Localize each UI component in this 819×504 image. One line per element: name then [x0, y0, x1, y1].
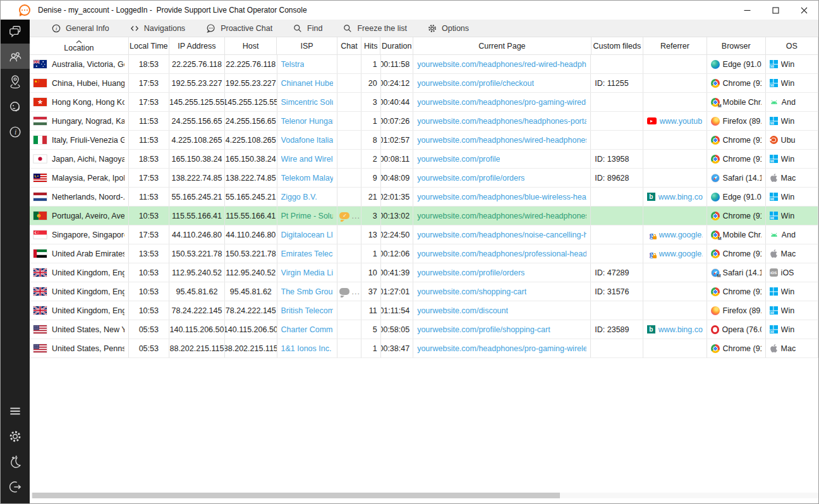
column-header-location[interactable]: Location: [30, 37, 129, 54]
flag-gb-icon: [33, 287, 47, 296]
current-page-link[interactable]: yourwebsite.com/headphones/noise-cancell…: [417, 231, 586, 239]
sidebar-item-visitors[interactable]: [1, 44, 30, 69]
isp-link[interactable]: Wire and Wirel...: [281, 155, 334, 164]
table-row[interactable]: China, Hubei, Huangg... 17:53 192.55.23.…: [30, 74, 818, 93]
column-header-duration[interactable]: Duration: [380, 37, 413, 54]
isp-link[interactable]: Emirates Teleco...: [281, 249, 334, 258]
cell-ip-address: 22.225.76.118: [169, 55, 225, 73]
current-page-link[interactable]: yourwebsite.com/headphones/headphones-po…: [417, 117, 586, 126]
column-header-os[interactable]: OS: [766, 37, 818, 54]
referrer-link[interactable]: www.bing.co...: [658, 325, 703, 334]
isp-link[interactable]: British Telecom...: [281, 306, 334, 315]
column-header-browser[interactable]: Browser: [707, 37, 766, 54]
table-row[interactable]: Netherlands, Noord-... 11:53 55.165.245.…: [30, 188, 818, 207]
column-header-host[interactable]: Host: [225, 37, 277, 54]
ubuntu-icon: [770, 136, 778, 144]
isp-link[interactable]: Virgin Media Li...: [281, 268, 334, 277]
column-header-isp[interactable]: ISP: [277, 37, 337, 54]
table-row[interactable]: Hungary, Nograd, Kar... 11:53 24.255.156…: [30, 112, 818, 131]
cell-chat: [337, 150, 361, 168]
cell-referrer: gwww.google...: [643, 244, 707, 263]
find-button[interactable]: Find: [285, 21, 330, 36]
column-header-ip[interactable]: IP Address: [169, 37, 225, 54]
current-page-link[interactable]: yourwebsite.com/headphones/wired-headpho…: [417, 212, 586, 220]
current-page-link[interactable]: yourwebsite.com/profile/checkout: [417, 79, 534, 88]
isp-link[interactable]: Ziggo B.V.: [281, 193, 317, 201]
table-row[interactable]: United Arab Emirates... 13:53 150.53.221…: [30, 244, 818, 263]
column-header-referrer[interactable]: Referrer: [643, 37, 707, 54]
table-row[interactable]: Hong Kong, Hong Ko... 17:53 145.255.125.…: [30, 93, 818, 112]
cell-referrer: [643, 339, 707, 357]
table-row[interactable]: United States, New Yo... 05:53 140.115.2…: [30, 320, 818, 339]
current-page-link[interactable]: yourwebsite.com/headphones/wired-headpho…: [417, 136, 586, 145]
cell-referrer: bwww.bing.co...: [643, 188, 707, 206]
table-row[interactable]: Italy, Friuli-Venezia Gi... 11:53 4.225.…: [30, 131, 818, 150]
cell-os: iOSiOS: [766, 263, 818, 282]
isp-link[interactable]: Telekom Malay...: [281, 174, 334, 183]
isp-link[interactable]: Chinanet Hube...: [281, 79, 334, 88]
table-row[interactable]: Malaysia, Perak, Ipoh, ... 17:53 138.222…: [30, 169, 818, 188]
cell-chat: [337, 74, 361, 92]
scrollbar-thumb[interactable]: [32, 493, 560, 498]
referrer-link[interactable]: www.google...: [659, 231, 703, 239]
table-row[interactable]: United States, Pennsy... 05:53 88.202.21…: [30, 339, 818, 358]
column-header-current-page[interactable]: Current Page: [413, 37, 592, 54]
maximize-button[interactable]: [761, 1, 790, 20]
isp-link[interactable]: Simcentric Solu...: [281, 98, 334, 107]
column-header-hits[interactable]: Hits: [361, 37, 380, 54]
current-page-link[interactable]: yourwebsite.com/profile/orders: [417, 268, 525, 277]
current-page-link[interactable]: yourwebsite.com/headphones/red-wired-hea…: [417, 60, 586, 69]
navigations-button[interactable]: Navigations: [122, 21, 193, 36]
sidebar-item-operator[interactable]: [1, 94, 30, 119]
current-page-link[interactable]: yourwebsite.com/headphones/pro-gaming-wi…: [417, 98, 586, 107]
isp-link[interactable]: The Smb Group: [281, 287, 334, 296]
referrer-link[interactable]: www.youtub...: [660, 117, 703, 126]
isp-link[interactable]: Digitalocean Llc: [281, 231, 334, 239]
sidebar-item-night-mode[interactable]: [1, 449, 30, 474]
sidebar-item-info[interactable]: i: [1, 119, 30, 145]
table-row[interactable]: United Kingdom, Engl... 10:53 112.95.240…: [30, 263, 818, 282]
isp-link[interactable]: Vodafone Italia ...: [281, 136, 334, 145]
freeze-list-button[interactable]: Freeze the list: [335, 21, 415, 36]
isp-link[interactable]: Telenor Hungar...: [281, 117, 334, 126]
isp-link[interactable]: Charter Commu...: [281, 325, 334, 334]
current-page-link[interactable]: yourwebsite.com/headphones/pro-gaming-wi…: [417, 344, 586, 353]
cell-browser: Chrome (91...: [707, 207, 766, 225]
sidebar-item-settings[interactable]: [1, 424, 30, 449]
cell-os: Ubu: [766, 131, 818, 149]
proactive-chat-button[interactable]: Proactive Chat: [198, 21, 280, 36]
sidebar-item-chats[interactable]: [1, 20, 30, 44]
referrer-link[interactable]: www.bing.co...: [658, 193, 703, 201]
sidebar-item-logout[interactable]: [1, 474, 30, 500]
cell-hits: 11: [361, 301, 380, 320]
table-row[interactable]: Japan, Aichi, Nagoya, ... 18:53 165.150.…: [30, 150, 818, 169]
current-page-link[interactable]: yourwebsite.com/profile/shopping-cart: [417, 325, 550, 334]
table-row[interactable]: Singapore, Singapore... 17:53 44.110.246…: [30, 225, 818, 244]
current-page-link[interactable]: yourwebsite.com/discount: [417, 306, 508, 315]
column-header-chat[interactable]: Chat: [337, 37, 361, 54]
general-info-button[interactable]: i General Info: [44, 21, 117, 36]
close-button[interactable]: [790, 1, 818, 20]
table-row[interactable]: Australia, Victoria, Ge... 18:53 22.225.…: [30, 55, 818, 74]
current-page-link[interactable]: yourwebsite.com/headphones/professional-…: [417, 249, 586, 258]
table-row[interactable]: United Kingdom, Engl... 10:53 78.24.222.…: [30, 301, 818, 320]
current-page-link[interactable]: yourwebsite.com/shopping-cart: [417, 287, 526, 296]
isp-link[interactable]: Pt Prime - Solu...: [281, 212, 334, 220]
cell-host: 165.150.38.24: [225, 150, 277, 168]
sidebar-item-geo-location[interactable]: [1, 69, 30, 94]
flag-au-icon: [33, 60, 47, 68]
options-button[interactable]: Options: [420, 21, 476, 36]
current-page-link[interactable]: yourwebsite.com/profile: [417, 155, 500, 164]
cell-ip-address: 78.24.222.145: [169, 301, 225, 320]
isp-link[interactable]: 1&1 Ionos Inc.: [281, 344, 332, 353]
sidebar-item-menu[interactable]: [1, 399, 30, 424]
column-header-local-time[interactable]: Local Time: [129, 37, 169, 54]
table-row[interactable]: Portugal, Aveiro, Ave... 10:53 115.55.16…: [30, 207, 818, 225]
minimize-button[interactable]: [733, 1, 761, 20]
current-page-link[interactable]: yourwebsite.com/profile/orders: [417, 174, 525, 183]
isp-link[interactable]: Telstra: [281, 60, 305, 69]
table-row[interactable]: United Kingdom, Engl... 10:53 95.45.81.6…: [30, 282, 818, 301]
referrer-link[interactable]: www.google...: [659, 249, 703, 258]
column-header-custom-fields[interactable]: Custom fileds: [592, 37, 643, 54]
current-page-link[interactable]: yourwebsite.com/headphones/blue-wireless…: [417, 193, 586, 201]
